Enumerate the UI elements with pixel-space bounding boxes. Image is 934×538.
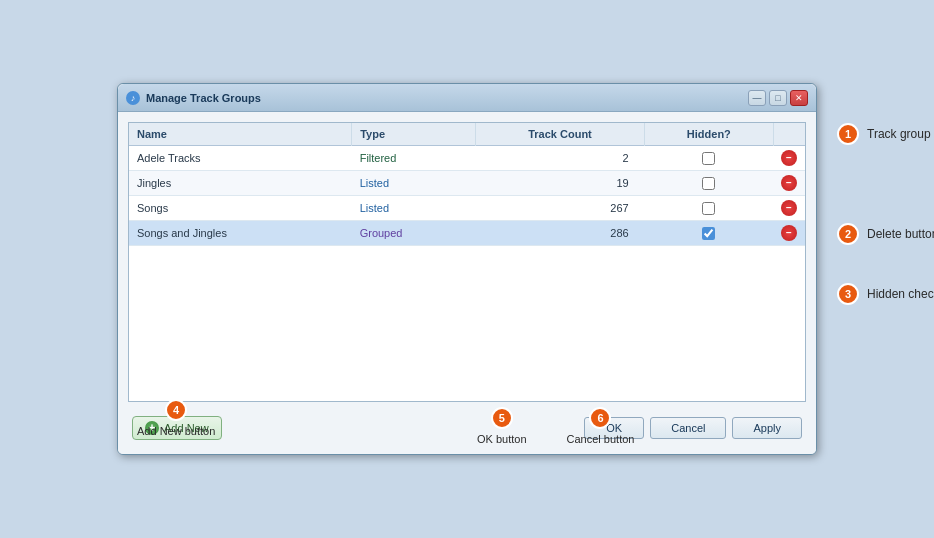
callout-label-2: Delete button [867, 227, 934, 241]
callout-label-1: Track group list [867, 127, 934, 141]
callout-label-5: OK button [477, 433, 527, 445]
callout-circle-3: 3 [837, 283, 859, 305]
table-row: JinglesListed19− [129, 171, 805, 196]
cell-hidden [645, 171, 773, 196]
cell-trackcount: 267 [475, 196, 644, 221]
callout-circle-1: 1 [837, 123, 859, 145]
callout-4: 4 Add New button [137, 399, 215, 437]
table-body: Adele TracksFiltered2−JinglesListed19−So… [129, 146, 805, 246]
title-bar-left: ♪ Manage Track Groups [126, 91, 261, 105]
window-controls: — □ ✕ [748, 90, 808, 106]
bottom-bar: + Add New OK Cancel Apply [128, 410, 806, 444]
hidden-checkbox[interactable] [702, 177, 715, 190]
callout-6: 6 Cancel button [567, 407, 635, 445]
callout-circle-4: 4 [165, 399, 187, 421]
right-callouts: 1 Track group list 2 Delete button 3 Hid… [837, 113, 934, 305]
callout-circle-2: 2 [837, 223, 859, 245]
cell-name: Jingles [129, 171, 352, 196]
cell-delete: − [773, 196, 805, 221]
delete-button[interactable]: − [781, 200, 797, 216]
cell-hidden [645, 196, 773, 221]
callout-3: 3 Hidden check box [837, 283, 934, 305]
cell-name: Songs and Jingles [129, 221, 352, 246]
col-header-trackcount: Track Count [475, 123, 644, 146]
callout-circle-5: 5 [491, 407, 513, 429]
delete-button[interactable]: − [781, 225, 797, 241]
callout-label-6: Cancel button [567, 433, 635, 445]
callout-2: 2 Delete button [837, 223, 934, 245]
hidden-checkbox[interactable] [702, 152, 715, 165]
manage-track-groups-window: ♪ Manage Track Groups — □ ✕ Name Type Tr… [117, 83, 817, 455]
window-content: Name Type Track Count Hidden? Adele Trac… [118, 112, 816, 454]
window-title: Manage Track Groups [146, 92, 261, 104]
cell-trackcount: 2 [475, 146, 644, 171]
delete-button[interactable]: − [781, 175, 797, 191]
close-button[interactable]: ✕ [790, 90, 808, 106]
callout-1: 1 Track group list [837, 123, 934, 145]
track-groups-table: Name Type Track Count Hidden? Adele Trac… [129, 123, 805, 246]
table-row: Songs and JinglesGrouped286− [129, 221, 805, 246]
cell-hidden [645, 221, 773, 246]
cell-type: Filtered [352, 146, 476, 171]
cell-name: Adele Tracks [129, 146, 352, 171]
cell-trackcount: 19 [475, 171, 644, 196]
table-header-row: Name Type Track Count Hidden? [129, 123, 805, 146]
cell-type: Grouped [352, 221, 476, 246]
cell-delete: − [773, 171, 805, 196]
table-row: Adele TracksFiltered2− [129, 146, 805, 171]
cancel-button[interactable]: Cancel [650, 417, 726, 439]
track-group-list: Name Type Track Count Hidden? Adele Trac… [128, 122, 806, 402]
bottom-center-callouts: 5 OK button 6 Cancel button [477, 407, 634, 445]
maximize-button[interactable]: □ [769, 90, 787, 106]
table-row: SongsListed267− [129, 196, 805, 221]
cell-hidden [645, 146, 773, 171]
col-header-hidden: Hidden? [645, 123, 773, 146]
callout-circle-6: 6 [589, 407, 611, 429]
cell-type: Listed [352, 171, 476, 196]
hidden-checkbox[interactable] [702, 202, 715, 215]
cell-trackcount: 286 [475, 221, 644, 246]
apply-button[interactable]: Apply [732, 417, 802, 439]
title-bar: ♪ Manage Track Groups — □ ✕ [118, 84, 816, 112]
minimize-button[interactable]: — [748, 90, 766, 106]
col-header-name: Name [129, 123, 352, 146]
col-header-delete [773, 123, 805, 146]
below-callouts: 4 Add New button [137, 399, 215, 437]
callout-5: 5 OK button [477, 407, 527, 445]
col-header-type: Type [352, 123, 476, 146]
cell-delete: − [773, 221, 805, 246]
delete-button[interactable]: − [781, 150, 797, 166]
callout-label-4: Add New button [137, 425, 215, 437]
cell-type: Listed [352, 196, 476, 221]
callout-label-3: Hidden check box [867, 287, 934, 301]
cell-name: Songs [129, 196, 352, 221]
window-icon: ♪ [126, 91, 140, 105]
cell-delete: − [773, 146, 805, 171]
hidden-checkbox[interactable] [702, 227, 715, 240]
